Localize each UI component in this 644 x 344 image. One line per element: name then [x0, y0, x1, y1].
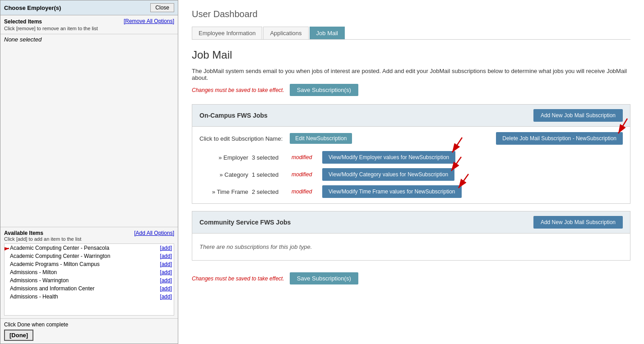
- on-campus-section: On-Campus FWS Jobs Add New Job Mail Subs…: [192, 104, 630, 204]
- name-label: Click to edit Subscription Name:: [199, 135, 283, 142]
- name-label-group: Click to edit Subscription Name: Edit Ne…: [199, 133, 352, 144]
- item-name-4: Admissions - Warrington: [6, 277, 158, 284]
- save-notice-bottom: Changes must be saved to take effect.: [192, 275, 284, 282]
- tab-employee-information[interactable]: Employee Information: [192, 27, 262, 39]
- category-btn-wrapper: View/Modify Category values for NewSubsc…: [322, 168, 454, 181]
- timeframe-label: » Time Frame: [203, 188, 248, 195]
- item-name-3: Admissions - Milton: [6, 269, 158, 275]
- item-name-5: Admissions and Information Center: [6, 285, 158, 292]
- list-item: Academic Computing Center - Warrington[a…: [5, 252, 174, 260]
- list-item: Admissions - Health[add]: [5, 293, 174, 301]
- add-link-5[interactable]: [add]: [160, 285, 172, 292]
- selected-items-header: Selected Items [Remove All Options]: [4, 18, 174, 25]
- dashboard-title: User Dashboard: [192, 9, 630, 19]
- employer-label: » Employer: [203, 154, 248, 161]
- list-item: Academic Computing Center - Pensacola[ad…: [5, 244, 174, 252]
- top-save-bar: Changes must be saved to take effect. Sa…: [192, 84, 630, 96]
- timeframe-btn-wrapper: View/Modify Time Frame values for NewSub…: [322, 185, 462, 198]
- item-name-1: Academic Computing Center - Warrington: [6, 253, 158, 259]
- right-panel: User Dashboard Employee Information Appl…: [178, 0, 644, 344]
- done-section: Click Done when complete [Done]: [0, 318, 178, 344]
- delete-subscription-button[interactable]: Delete Job Mail Subscription - NewSubscr…: [496, 132, 623, 145]
- available-header: Available Items [Add All Options]: [4, 230, 174, 236]
- available-instruction: Click [add] to add an item to the list: [4, 236, 174, 242]
- timeframe-modified: modified: [292, 188, 319, 195]
- save-button-bottom[interactable]: Save Subscription(s): [290, 272, 358, 284]
- page-title: Job Mail: [192, 49, 630, 61]
- remove-all-link[interactable]: [Remove All Options]: [124, 18, 174, 24]
- description-text: The JobMail system sends email to you wh…: [192, 68, 630, 81]
- category-count: 1 selected: [252, 171, 288, 178]
- panel-title: Choose Employer(s): [4, 5, 61, 11]
- add-link-4[interactable]: [add]: [160, 277, 172, 284]
- delete-btn-wrapper: Delete Job Mail Subscription - NewSubscr…: [496, 132, 623, 145]
- list-item: Admissions - Warrington[add]: [5, 276, 174, 284]
- done-instruction: Click Done when complete: [4, 321, 174, 328]
- item-name-6: Admissions - Health: [6, 294, 158, 300]
- employer-btn-wrapper: View/Modify Employer values for NewSubsc…: [322, 151, 455, 164]
- bottom-save-bar: Changes must be saved to take effect. Sa…: [192, 268, 630, 284]
- community-header: Community Service FWS Jobs Add New Job M…: [192, 211, 630, 234]
- community-title: Community Service FWS Jobs: [199, 219, 291, 226]
- add-link-2[interactable]: [add]: [160, 261, 172, 267]
- items-list: Academic Computing Center - Pensacola[ad…: [4, 243, 174, 316]
- save-button-top[interactable]: Save Subscription(s): [290, 84, 358, 96]
- view-modify-category-button[interactable]: View/Modify Category values for NewSubsc…: [322, 168, 454, 181]
- left-panel: Choose Employer(s) Close Selected Items …: [0, 0, 178, 344]
- category-row: » Category 1 selected modified View/Modi…: [203, 168, 619, 181]
- on-campus-body: Click to edit Subscription Name: Edit Ne…: [192, 127, 630, 203]
- tab-applications[interactable]: Applications: [263, 27, 308, 39]
- subscription-name-bar: Click to edit Subscription Name: Edit Ne…: [199, 132, 623, 145]
- view-modify-employer-button[interactable]: View/Modify Employer values for NewSubsc…: [322, 151, 455, 164]
- employer-count: 3 selected: [252, 154, 288, 161]
- item-name-0: Academic Computing Center - Pensacola: [6, 245, 158, 251]
- none-selected-text: None selected: [0, 34, 178, 45]
- list-item: Admissions and Information Center[add]: [5, 284, 174, 293]
- done-button[interactable]: [Done]: [4, 330, 33, 341]
- list-item: Admissions - Milton[add]: [5, 268, 174, 276]
- edit-name-button[interactable]: Edit NewSubscription: [290, 133, 352, 144]
- employer-modified: modified: [292, 154, 319, 161]
- add-subscription-btn-community[interactable]: Add New Job Mail Subscription: [533, 216, 623, 229]
- add-link-1[interactable]: [add]: [160, 253, 172, 259]
- close-button[interactable]: Close: [150, 3, 174, 12]
- available-items-section: Available Items [Add All Options] Click …: [0, 227, 178, 316]
- panel-header: Choose Employer(s) Close: [0, 0, 178, 15]
- community-section: Community Service FWS Jobs Add New Job M…: [192, 211, 630, 261]
- list-item: Academic Programs - Milton Campus[add]: [5, 260, 174, 268]
- on-campus-title: On-Campus FWS Jobs: [199, 112, 268, 119]
- view-modify-timeframe-button[interactable]: View/Modify Time Frame values for NewSub…: [322, 185, 462, 198]
- on-campus-header: On-Campus FWS Jobs Add New Job Mail Subs…: [192, 105, 630, 127]
- tab-job-mail[interactable]: Job Mail: [310, 27, 345, 39]
- save-notice-top: Changes must be saved to take effect.: [192, 87, 284, 93]
- selected-instruction: Click [remove] to remove an item to the …: [4, 26, 174, 31]
- tabs-container: Employee Information Applications Job Ma…: [192, 27, 630, 40]
- add-link-0[interactable]: [add]: [160, 245, 172, 251]
- subscription-rows: » Employer 3 selected modified View/Modi…: [199, 151, 623, 198]
- add-link-3[interactable]: [add]: [160, 269, 172, 275]
- timeframe-count: 2 selected: [252, 188, 288, 195]
- community-body: There are no subscriptions for this job …: [192, 234, 630, 260]
- category-label: » Category: [203, 171, 248, 178]
- no-subscriptions-text: There are no subscriptions for this job …: [199, 239, 623, 255]
- add-subscription-btn-campus[interactable]: Add New Job Mail Subscription: [533, 109, 623, 122]
- add-all-link[interactable]: [Add All Options]: [134, 230, 174, 236]
- selected-items-label: Selected Items: [4, 18, 42, 25]
- employer-row: » Employer 3 selected modified View/Modi…: [203, 151, 619, 164]
- timeframe-row: » Time Frame 2 selected modified View/Mo…: [203, 185, 619, 198]
- item-name-2: Academic Programs - Milton Campus: [6, 261, 158, 267]
- selected-items-section: Selected Items [Remove All Options] Clic…: [0, 15, 178, 34]
- add-link-6[interactable]: [add]: [160, 294, 172, 300]
- available-items-label: Available Items: [4, 230, 43, 236]
- category-modified: modified: [292, 171, 319, 178]
